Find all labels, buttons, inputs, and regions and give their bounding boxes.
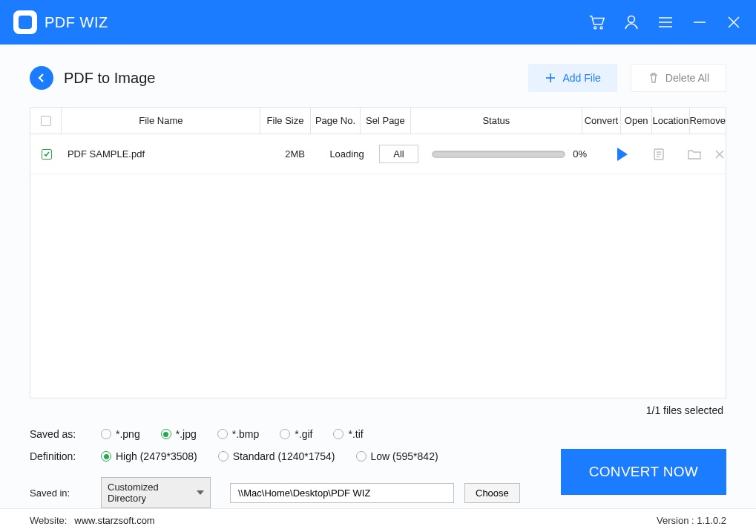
row-progress: 0% [424, 148, 602, 160]
radio-label: *.tif [348, 428, 363, 440]
definition-label: Definition: [30, 450, 101, 462]
radio-dot-icon [333, 429, 344, 439]
select-all-checkbox[interactable] [41, 116, 51, 126]
footer: Website: www.starzsoft.com Version : 1.1… [0, 508, 756, 532]
delete-all-label: Delete All [665, 72, 709, 84]
saved-as-radio[interactable]: *.bmp [217, 428, 260, 440]
svg-point-1 [600, 27, 602, 29]
radio-dot-icon [101, 429, 111, 439]
row-pageno: Loading [321, 148, 373, 160]
radio-label: *.png [116, 428, 140, 440]
col-filesize: File Size [260, 108, 310, 134]
saved-in-label: Saved in: [30, 487, 101, 499]
progress-pct: 0% [573, 148, 595, 160]
radio-label: *.jpg [176, 428, 197, 440]
row-filesize: 2MB [269, 148, 321, 160]
radio-dot-icon [101, 451, 111, 462]
col-selpage: Sel Page [361, 108, 410, 134]
menu-icon[interactable] [657, 13, 674, 31]
minimize-icon[interactable] [691, 13, 709, 31]
col-remove: Remove [690, 108, 726, 134]
radio-label: *.bmp [232, 428, 260, 440]
files-selected-label: 1/1 files selected [30, 398, 726, 418]
footer-website[interactable]: www.starzsoft.com [74, 515, 154, 526]
col-status: Status [411, 108, 582, 134]
row-location-button[interactable] [675, 148, 714, 161]
saved-as-label: Saved as: [30, 428, 101, 440]
row-convert-button[interactable] [602, 148, 642, 161]
add-file-button[interactable]: Add File [528, 64, 617, 92]
col-open: Open [621, 108, 652, 134]
main-area: PDF to Image Add File Delete All File Na… [0, 45, 756, 508]
saved-as-radio[interactable]: *.gif [280, 428, 312, 440]
saved-as-radio[interactable]: *.tif [333, 428, 363, 440]
footer-version: 1.1.0.2 [697, 515, 726, 526]
back-button[interactable] [30, 66, 53, 90]
row-filename: PDF SAMPLE.pdf [63, 148, 269, 160]
chevron-down-icon [197, 490, 204, 495]
table-row: PDF SAMPLE.pdf 2MB Loading All 0% [30, 134, 726, 174]
saved-as-row: Saved as: *.png*.jpg*.bmp*.gif*.tif [30, 428, 726, 440]
app-title: PDF WIZ [45, 14, 108, 31]
progress-bar [432, 151, 565, 158]
saved-as-radio[interactable]: *.jpg [161, 428, 197, 440]
saved-in-path-input[interactable] [230, 483, 454, 503]
page-title: PDF to Image [64, 70, 155, 87]
footer-website-label: Website: [30, 515, 67, 526]
radio-label: *.gif [295, 428, 312, 440]
choose-button[interactable]: Choose [464, 483, 520, 503]
row-remove-button[interactable] [714, 148, 726, 160]
saved-in-dropdown-label: Customized Directory [108, 482, 192, 504]
play-icon [617, 148, 628, 161]
svg-point-0 [594, 27, 596, 29]
radio-dot-icon [280, 429, 290, 439]
row-checkbox[interactable] [42, 149, 52, 160]
radio-dot-icon [218, 451, 229, 462]
radio-label: Standard (1240*1754) [233, 450, 335, 462]
delete-all-button[interactable]: Delete All [631, 64, 726, 92]
svg-point-2 [628, 16, 635, 23]
cart-icon[interactable] [588, 13, 606, 31]
col-convert: Convert [582, 108, 621, 134]
col-pageno: Page No. [311, 108, 361, 134]
saved-as-radio[interactable]: *.png [101, 428, 140, 440]
definition-radio[interactable]: High (2479*3508) [101, 450, 197, 462]
user-icon[interactable] [622, 13, 640, 31]
row-open-button[interactable] [642, 148, 675, 161]
footer-version-label: Version : [657, 515, 697, 526]
close-icon[interactable] [725, 13, 743, 31]
definition-radio[interactable]: Standard (1240*1754) [218, 450, 335, 462]
radio-dot-icon [161, 429, 171, 439]
radio-label: High (2479*3508) [116, 450, 197, 462]
radio-dot-icon [217, 429, 228, 439]
app-logo [13, 10, 37, 34]
row-selpage[interactable]: All [379, 145, 418, 163]
titlebar: PDF WIZ [0, 0, 756, 45]
col-filename: File Name [62, 108, 260, 134]
radio-dot-icon [356, 451, 367, 462]
table-header: File Name File Size Page No. Sel Page St… [30, 108, 726, 134]
convert-now-button[interactable]: CONVERT NOW [561, 449, 726, 495]
col-location: Location [652, 108, 689, 134]
definition-radio[interactable]: Low (595*842) [356, 450, 438, 462]
add-file-label: Add File [562, 72, 600, 84]
file-table: File Name File Size Page No. Sel Page St… [30, 107, 726, 398]
saved-in-dropdown[interactable]: Customized Directory [101, 477, 211, 508]
radio-label: Low (595*842) [371, 450, 438, 462]
